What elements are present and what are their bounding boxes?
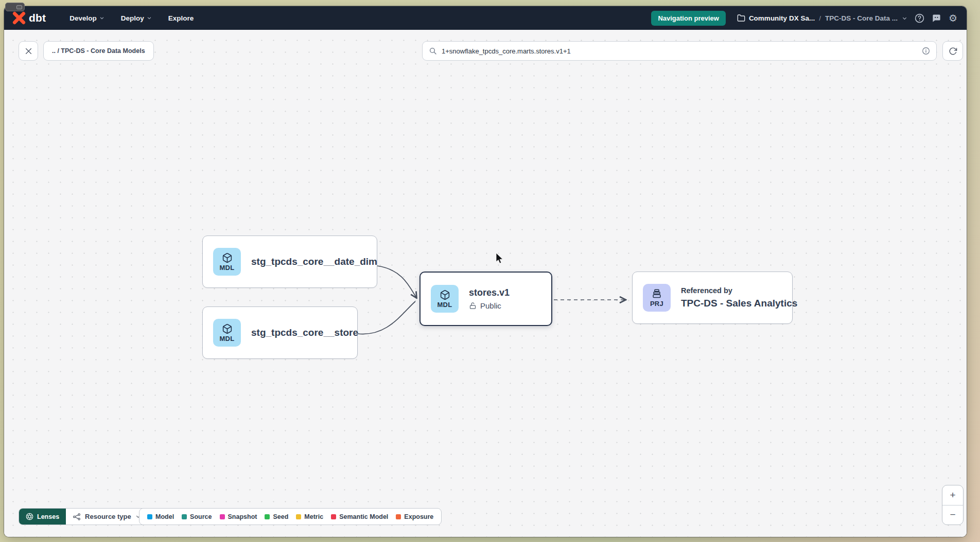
legend-item-source: Source bbox=[182, 513, 212, 520]
legend-label: Source bbox=[190, 513, 212, 520]
menu-explore-label: Explore bbox=[168, 14, 194, 22]
edge-store-to-stores bbox=[358, 301, 415, 334]
project-badge: PRJ bbox=[643, 284, 671, 312]
breadcrumb-project[interactable]: Community DX Sa... bbox=[737, 14, 815, 22]
legend-swatch bbox=[265, 514, 270, 519]
referenced-by-label: Referenced by bbox=[681, 286, 797, 295]
help-icon[interactable] bbox=[915, 13, 924, 23]
info-icon[interactable] bbox=[922, 47, 930, 55]
node-stg-tpcds-core-date-dim[interactable]: MDL stg_tpcds_core__date_dim bbox=[202, 236, 377, 288]
legend-swatch bbox=[182, 514, 187, 519]
node-label: stg_tpcds_core__date_dim bbox=[251, 256, 377, 267]
legend-swatch bbox=[147, 514, 152, 519]
chevron-down-icon bbox=[147, 15, 152, 21]
aperture-icon bbox=[26, 513, 33, 520]
legend-label: Semantic Model bbox=[339, 513, 388, 520]
lineage-search-bar bbox=[422, 41, 937, 61]
dbt-logo[interactable]: dbt bbox=[12, 11, 46, 25]
cube-icon bbox=[440, 290, 450, 300]
share-nodes-icon bbox=[73, 513, 81, 521]
menu-deploy-label: Deploy bbox=[121, 14, 144, 22]
node-text-group: Referenced by TPC-DS - Sales Analytics bbox=[681, 286, 797, 309]
legend-swatch bbox=[296, 514, 301, 519]
chevron-down-icon bbox=[99, 15, 104, 21]
badge-label: MDL bbox=[219, 335, 234, 342]
top-navbar: dbt Develop Deploy Explore Navigation pr… bbox=[4, 6, 967, 30]
legend-item-snapshot: Snapshot bbox=[220, 513, 257, 520]
capture-tab-icon bbox=[16, 5, 22, 9]
legend-swatch bbox=[331, 514, 336, 519]
node-referenced-project[interactable]: PRJ Referenced by TPC-DS - Sales Analyti… bbox=[632, 272, 793, 324]
resource-type-label: Resource type bbox=[85, 513, 131, 520]
resource-type-dropdown[interactable]: Resource type bbox=[66, 509, 148, 525]
cube-icon bbox=[222, 323, 233, 334]
app-window: dbt Develop Deploy Explore Navigation pr… bbox=[4, 6, 967, 537]
legend-label: Model bbox=[155, 513, 174, 520]
node-label: TPC-DS - Sales Analytics bbox=[681, 298, 797, 309]
model-badge: MDL bbox=[431, 285, 459, 313]
gear-icon[interactable]: ⚙ bbox=[949, 13, 957, 23]
lenses-label: Lenses bbox=[37, 513, 59, 520]
lineage-selector-input[interactable] bbox=[442, 47, 917, 55]
breadcrumb-separator: / bbox=[819, 14, 821, 22]
lens-controls: Lenses Resource type bbox=[19, 508, 148, 525]
navigation-preview-badge[interactable]: Navigation preview bbox=[651, 11, 725, 26]
breadcrumb-section[interactable]: TPC-DS - Core Data ... bbox=[825, 14, 898, 22]
navbar-right-group: Navigation preview Community DX Sa... / … bbox=[651, 11, 957, 26]
breadcrumb-project-label: Community DX Sa... bbox=[749, 14, 815, 22]
folder-icon bbox=[737, 14, 745, 22]
legend-item-semantic-model: Semantic Model bbox=[331, 513, 388, 520]
node-text-group: stores.v1 Public bbox=[469, 287, 510, 310]
project-breadcrumb[interactable]: Community DX Sa... / TPC-DS - Core Data … bbox=[737, 14, 907, 22]
badge-label: MDL bbox=[219, 264, 234, 272]
search-icon bbox=[429, 47, 437, 55]
badge-label: MDL bbox=[437, 301, 452, 309]
dbt-logo-text: dbt bbox=[29, 12, 46, 24]
chevron-down-icon[interactable] bbox=[902, 15, 907, 21]
legend-item-seed: Seed bbox=[265, 513, 288, 520]
node-access-label: Public bbox=[480, 301, 501, 310]
legend-swatch bbox=[396, 514, 401, 519]
node-label: stg_tpcds_core__store bbox=[251, 327, 358, 338]
legend-label: Exposure bbox=[404, 513, 433, 520]
legend-label: Metric bbox=[304, 513, 323, 520]
lineage-breadcrumb-chip[interactable]: .. / TPC-DS - Core Data Models bbox=[43, 41, 154, 61]
node-stg-tpcds-core-store[interactable]: MDL stg_tpcds_core__store bbox=[202, 306, 358, 359]
close-lineage-button[interactable] bbox=[19, 41, 38, 61]
zoom-out-button[interactable]: − bbox=[942, 505, 963, 525]
model-badge: MDL bbox=[213, 319, 241, 347]
refresh-lineage-button[interactable] bbox=[942, 41, 963, 61]
menu-deploy[interactable]: Deploy bbox=[115, 10, 158, 26]
node-title: stores.v1 bbox=[469, 287, 510, 298]
lenses-button[interactable]: Lenses bbox=[19, 509, 66, 525]
screen-capture-tab-artifact bbox=[5, 3, 25, 11]
unlock-icon bbox=[469, 302, 477, 310]
resource-type-legend: Model Source Snapshot Seed Metric Semant… bbox=[139, 508, 442, 525]
refresh-icon bbox=[949, 47, 957, 56]
zoom-controls: + − bbox=[942, 485, 964, 525]
legend-item-exposure: Exposure bbox=[396, 513, 433, 520]
node-stores-v1[interactable]: MDL stores.v1 Public bbox=[419, 272, 552, 326]
feedback-icon[interactable] bbox=[932, 13, 941, 23]
menu-explore[interactable]: Explore bbox=[162, 10, 200, 26]
dbt-logo-icon bbox=[12, 11, 26, 25]
stacked-trays-icon bbox=[651, 288, 662, 299]
menu-develop-label: Develop bbox=[69, 14, 97, 22]
cube-icon bbox=[222, 252, 233, 263]
badge-label: PRJ bbox=[650, 300, 663, 308]
edge-date-dim-to-stores bbox=[377, 266, 416, 298]
zoom-in-button[interactable]: + bbox=[942, 485, 963, 505]
legend-item-model: Model bbox=[147, 513, 174, 520]
legend-label: Seed bbox=[273, 513, 288, 520]
model-badge: MDL bbox=[213, 248, 241, 276]
legend-item-metric: Metric bbox=[296, 513, 323, 520]
node-access-row: Public bbox=[469, 301, 510, 310]
legend-label: Snapshot bbox=[228, 513, 257, 520]
legend-swatch bbox=[220, 514, 225, 519]
menu-develop[interactable]: Develop bbox=[63, 10, 111, 26]
close-icon bbox=[25, 47, 32, 55]
